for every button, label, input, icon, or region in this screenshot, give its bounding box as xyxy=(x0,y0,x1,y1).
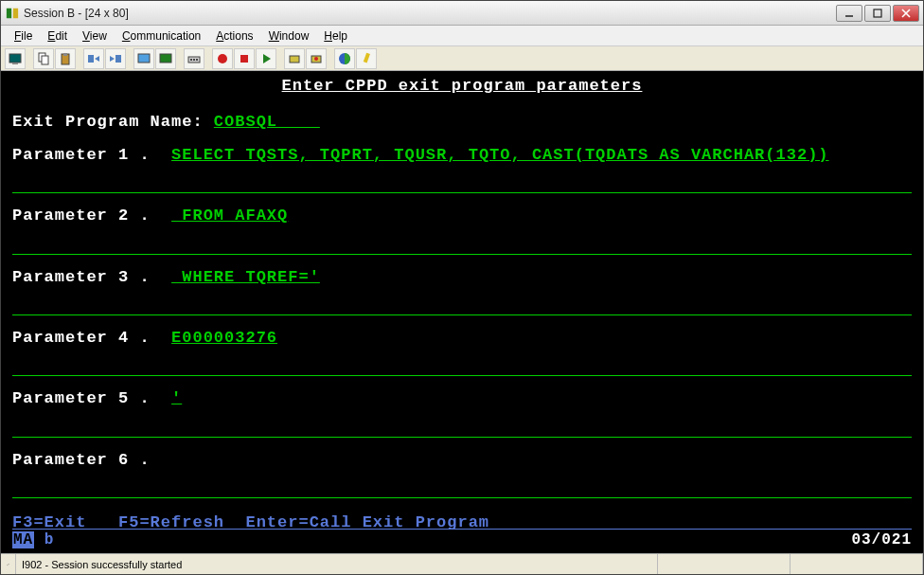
svg-rect-11 xyxy=(63,53,67,56)
menu-file[interactable]: File xyxy=(7,27,40,45)
parameter-6-label: Parameter 6 . xyxy=(12,451,171,470)
record-icon[interactable] xyxy=(212,48,233,69)
paste-icon[interactable] xyxy=(55,48,76,69)
terminal-status-line: MA b 03/021 xyxy=(12,529,912,549)
parameter-2-block: Parameter 2 . FROM AFAXQ xyxy=(12,207,912,254)
parameter-3-block: Parameter 3 . WHERE TQREF=' xyxy=(12,268,912,315)
parameter-3-label: Parameter 3 . xyxy=(12,268,171,287)
exit-program-label: Exit Program Name: xyxy=(12,113,214,132)
parameter-4-block: Parameter 4 . E000003276 xyxy=(12,329,912,376)
terminal-screen[interactable]: Enter CPPD exit program parameters Exit … xyxy=(1,71,923,553)
parameter-5-label: Parameter 5 . xyxy=(12,389,171,408)
parameter-6-block: Parameter 6 . xyxy=(12,451,912,498)
svg-rect-6 xyxy=(9,54,21,63)
display-icon[interactable] xyxy=(133,48,154,69)
parameter-6-continuation[interactable] xyxy=(12,479,912,498)
svg-point-24 xyxy=(314,57,318,61)
svg-rect-7 xyxy=(12,63,18,64)
svg-rect-14 xyxy=(138,54,150,63)
svg-rect-12 xyxy=(88,55,94,63)
parameter-1-block: Parameter 1 . SELECT TQSTS, TQPRT, TQUSR… xyxy=(12,146,912,193)
parameter-1-continuation[interactable] xyxy=(12,174,912,193)
svg-rect-17 xyxy=(190,59,192,61)
svg-point-20 xyxy=(218,54,227,63)
color-icon[interactable] xyxy=(155,48,176,69)
receive-icon[interactable] xyxy=(105,48,126,69)
parameter-2-field[interactable]: FROM AFAXQ xyxy=(171,207,288,225)
menu-communication[interactable]: Communication xyxy=(115,27,208,45)
menu-view[interactable]: View xyxy=(75,27,115,45)
play-icon[interactable] xyxy=(256,48,276,69)
connect-icon[interactable] xyxy=(334,48,355,69)
svg-rect-22 xyxy=(290,56,299,63)
svg-rect-9 xyxy=(42,56,48,64)
parameter-3-continuation[interactable] xyxy=(12,296,912,315)
send-icon[interactable] xyxy=(83,48,104,69)
minimize-button[interactable] xyxy=(836,5,862,22)
parameter-5-continuation[interactable] xyxy=(12,419,912,438)
parameter-4-field[interactable]: E000003276 xyxy=(171,329,277,348)
menu-bar: File Edit View Communication Actions Win… xyxy=(1,26,923,46)
window-title: Session B - [24 x 80] xyxy=(24,7,836,20)
svg-rect-1 xyxy=(13,8,18,18)
option1-icon[interactable] xyxy=(284,48,305,69)
app-icon xyxy=(5,6,20,21)
svg-rect-13 xyxy=(116,55,121,63)
parameter-4-continuation[interactable] xyxy=(12,357,912,376)
menu-actions[interactable]: Actions xyxy=(208,27,260,45)
svg-rect-18 xyxy=(193,59,195,61)
remap-icon[interactable] xyxy=(184,48,204,69)
svg-rect-27 xyxy=(7,565,8,566)
close-button[interactable] xyxy=(893,5,919,22)
svg-rect-21 xyxy=(240,55,248,63)
status-spacer-2 xyxy=(791,554,923,574)
svg-rect-26 xyxy=(364,52,370,63)
parameter-1-field[interactable]: SELECT TQSTS, TQPRT, TQUSR, TQTO, CAST(T… xyxy=(171,146,829,165)
parameter-2-continuation[interactable] xyxy=(12,236,912,255)
app-window: Session B - [24 x 80] File Edit View Com… xyxy=(0,0,924,575)
status-message: I902 - Session successfully started xyxy=(16,554,658,574)
stop-icon[interactable] xyxy=(234,48,255,69)
parameter-5-field[interactable]: ' xyxy=(171,389,228,408)
exit-program-row: Exit Program Name: COBSQL xyxy=(12,113,912,132)
menu-edit[interactable]: Edit xyxy=(40,27,75,45)
svg-rect-0 xyxy=(7,8,11,18)
menu-help[interactable]: Help xyxy=(316,27,355,45)
window-controls xyxy=(836,5,919,22)
svg-rect-28 xyxy=(9,563,9,564)
svg-rect-19 xyxy=(196,59,198,61)
toolbar xyxy=(1,46,923,71)
parameter-2-label: Parameter 2 . xyxy=(12,207,171,225)
copy-icon[interactable] xyxy=(33,48,54,69)
title-bar: Session B - [24 x 80] xyxy=(1,1,923,26)
status-spacer-1 xyxy=(658,554,791,574)
status-indicator: MA b xyxy=(12,531,54,549)
cursor-position: 03/021 xyxy=(851,531,912,549)
parameter-5-block: Parameter 5 . ' xyxy=(12,389,912,437)
menu-window[interactable]: Window xyxy=(261,27,317,45)
option2-icon[interactable] xyxy=(306,48,327,69)
exit-program-field[interactable]: COBSQL xyxy=(214,113,320,132)
parameter-4-label: Parameter 4 . xyxy=(12,329,171,348)
maximize-button[interactable] xyxy=(864,5,891,22)
parameter-3-field[interactable]: WHERE TQREF=' xyxy=(171,268,320,287)
help-icon[interactable] xyxy=(356,48,377,69)
svg-rect-3 xyxy=(874,9,881,17)
connection-status-icon xyxy=(1,554,16,574)
status-bar: I902 - Session successfully started xyxy=(1,553,923,574)
screen-icon[interactable] xyxy=(5,48,26,69)
parameter-1-label: Parameter 1 . xyxy=(12,146,171,165)
svg-rect-15 xyxy=(160,54,171,63)
screen-title: Enter CPPD exit program parameters xyxy=(12,77,912,96)
